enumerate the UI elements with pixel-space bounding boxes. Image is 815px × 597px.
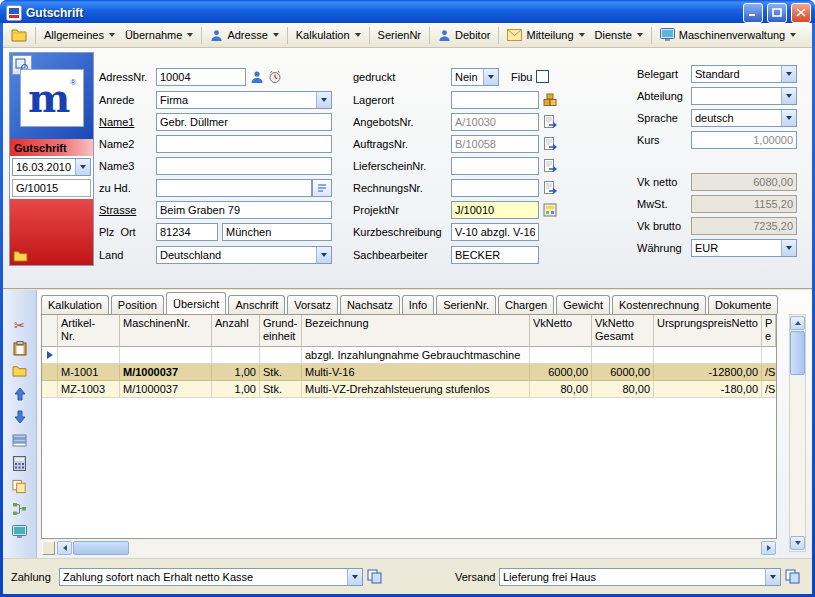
dropdown-button[interactable] <box>765 569 780 585</box>
kurs-input[interactable] <box>691 131 797 149</box>
land-select[interactable]: Deutschland <box>156 246 332 264</box>
move-up-button[interactable] <box>11 385 29 403</box>
dropdown-button[interactable] <box>483 69 498 85</box>
cell-anzahl[interactable]: 1,00 <box>212 364 260 381</box>
machine-button[interactable] <box>11 523 29 541</box>
adressnr-input[interactable] <box>156 68 246 86</box>
open-lieferschein-button[interactable] <box>543 159 558 173</box>
cell-vknetto-gesamt[interactable] <box>592 347 654 364</box>
abteilung-select[interactable] <box>691 87 797 105</box>
dropdown-button[interactable] <box>316 247 331 263</box>
versand-select[interactable]: Lieferung frei Haus <box>499 568 781 586</box>
open-rechnung-button[interactable] <box>543 181 558 195</box>
hscroll-thumb[interactable] <box>73 541 129 555</box>
name2-input[interactable] <box>156 135 332 153</box>
tab-chargen[interactable]: Chargen <box>498 295 554 314</box>
move-down-button[interactable] <box>11 408 29 426</box>
table-row[interactable]: M-1001 M/1000037 1,00 Stk. Multi-V-16 60… <box>42 364 776 381</box>
paste-button[interactable] <box>11 339 29 357</box>
menu-adresse[interactable]: Adresse <box>205 26 283 45</box>
tab-kostenrechnung[interactable]: Kostenrechnung <box>612 295 706 314</box>
belegart-select[interactable]: Standard <box>691 65 797 83</box>
name1-label[interactable]: Name1 <box>99 116 156 128</box>
cell-maschinennr[interactable] <box>120 347 212 364</box>
anrede-select[interactable]: Firma <box>156 91 332 109</box>
cell-anzahl[interactable]: 1,00 <box>212 381 260 398</box>
sprache-select[interactable]: deutsch <box>691 109 797 127</box>
cell-einheit[interactable]: Stk. <box>260 364 302 381</box>
open-projekt-button[interactable] <box>543 203 557 217</box>
zahlung-select[interactable]: Zahlung sofort nach Erhalt netto Kasse <box>59 568 363 586</box>
tab-anschrift[interactable]: Anschrift <box>228 295 285 314</box>
cell-maschinennr[interactable]: M/1000037 <box>120 381 212 398</box>
cell-vknetto[interactable] <box>530 347 592 364</box>
name1-input[interactable] <box>156 113 332 131</box>
cell-einheit[interactable] <box>260 347 302 364</box>
cell-bezeichnung[interactable]: abzgl. Inzahlungnahme Gebrauchtmaschine <box>302 347 530 364</box>
dropdown-button[interactable] <box>75 159 90 175</box>
vscroll-thumb[interactable] <box>790 331 805 375</box>
document-date-select[interactable]: 16.03.2010 <box>12 158 91 176</box>
open-angebot-button[interactable] <box>543 115 558 129</box>
sachbearbeiter-input[interactable] <box>451 246 539 264</box>
tab-kalkulation[interactable]: Kalkulation <box>41 295 109 314</box>
dropdown-button[interactable] <box>781 88 796 104</box>
cell-ursprungspreis[interactable]: -12800,00 <box>654 364 762 381</box>
cell-einheit[interactable]: Stk. <box>260 381 302 398</box>
zuhd-input[interactable] <box>156 179 312 197</box>
dropdown-button[interactable] <box>347 569 362 585</box>
dropdown-button[interactable] <box>781 240 796 256</box>
cell-vknetto[interactable]: 80,00 <box>530 381 592 398</box>
tab-uebersicht[interactable]: Übersicht <box>166 292 226 314</box>
copy-zahlung-button[interactable] <box>367 569 383 584</box>
cell-artikelnr[interactable] <box>58 347 120 364</box>
ort-input[interactable] <box>222 223 332 241</box>
tab-vorsatz[interactable]: Vorsatz <box>287 295 338 314</box>
menu-uebernahme[interactable]: Übernahme <box>120 26 198 44</box>
copy-button[interactable] <box>11 477 29 495</box>
dropdown-button[interactable] <box>781 110 796 126</box>
cell-artikelnr[interactable]: MZ-1003 <box>58 381 120 398</box>
table-hscrollbar[interactable] <box>41 540 777 556</box>
scroll-left-button[interactable] <box>57 541 72 555</box>
strasse-input[interactable] <box>156 201 332 219</box>
open-button[interactable] <box>6 25 32 45</box>
menu-dienste[interactable]: Dienste <box>590 26 648 44</box>
cell-bezeichnung[interactable]: Multi-VZ-Drehzahlsteuerung stufenlos <box>302 381 530 398</box>
folder-button[interactable] <box>11 362 29 380</box>
titlebar[interactable]: Gutschrift <box>0 0 815 23</box>
tab-seriennr[interactable]: SerienNr. <box>436 295 496 314</box>
contact-list-button[interactable] <box>312 179 332 197</box>
cell-preiseinheit[interactable] <box>762 347 776 364</box>
warehouse-button[interactable] <box>543 93 557 107</box>
cell-vknetto-gesamt[interactable]: 80,00 <box>592 381 654 398</box>
maximize-button[interactable] <box>767 3 787 23</box>
tab-nachsatz[interactable]: Nachsatz <box>340 295 400 314</box>
cell-anzahl[interactable] <box>212 347 260 364</box>
cell-vknetto-gesamt[interactable]: 6000,00 <box>592 364 654 381</box>
copy-versand-button[interactable] <box>785 569 801 584</box>
minimize-button[interactable] <box>743 3 763 23</box>
scroll-right-button[interactable] <box>761 541 776 555</box>
open-auftrag-button[interactable] <box>543 137 558 151</box>
cell-maschinennr[interactable]: M/1000037 <box>120 364 212 381</box>
dropdown-button[interactable] <box>781 66 796 82</box>
cell-ursprungspreis[interactable]: -180,00 <box>654 381 762 398</box>
tab-position[interactable]: Position <box>111 295 164 314</box>
menu-kalkulation[interactable]: Kalkulation <box>291 26 366 44</box>
menu-allgemeines[interactable]: Allgemeines <box>39 26 120 44</box>
tab-gewicht[interactable]: Gewicht <box>556 295 610 314</box>
table-vscrollbar[interactable] <box>789 314 806 552</box>
menu-debitor[interactable]: Debitor <box>433 26 495 45</box>
cell-vknetto[interactable]: 6000,00 <box>530 364 592 381</box>
scroll-up-button[interactable] <box>790 316 805 330</box>
cut-button[interactable]: ✂ <box>11 316 29 334</box>
waehrung-select[interactable]: EUR <box>691 239 797 257</box>
reminder-button[interactable] <box>268 70 282 84</box>
plz-input[interactable] <box>156 223 218 241</box>
lagerort-input[interactable] <box>451 91 539 109</box>
table-row[interactable]: abzgl. Inzahlungnahme Gebrauchtmaschine <box>42 347 776 364</box>
insert-row-button[interactable] <box>11 431 29 449</box>
cell-bezeichnung[interactable]: Multi-V-16 <box>302 364 530 381</box>
cell-artikelnr[interactable]: M-1001 <box>58 364 120 381</box>
